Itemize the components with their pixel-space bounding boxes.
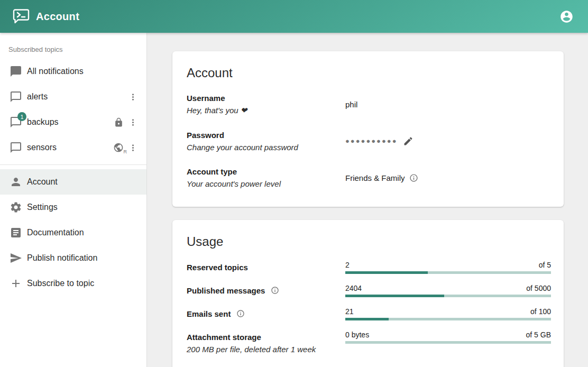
sidebar-item-label: Account xyxy=(27,177,58,187)
sidebar-item-label: sensors xyxy=(27,143,57,152)
chat-bubble-outline-icon xyxy=(10,90,22,103)
account-type-row: Account type Your account's power level … xyxy=(187,166,551,190)
reserved-topics-limit: of 5 xyxy=(539,261,551,269)
account-circle-icon xyxy=(559,10,574,24)
account-type-label: Account type xyxy=(187,166,345,178)
sidebar-item-label: Publish notification xyxy=(27,253,97,263)
published-messages-progressbar xyxy=(345,295,551,297)
info-icon[interactable] xyxy=(271,286,279,295)
app-header: Account xyxy=(0,0,588,33)
attachment-storage-progressbar xyxy=(345,341,551,344)
emails-sent-value: 21 xyxy=(345,307,354,316)
send-icon xyxy=(10,252,22,264)
account-type-subtitle: Your account's power level xyxy=(187,178,345,190)
attachment-storage-label: Attachment storage xyxy=(187,331,345,343)
sidebar-item-sensors[interactable]: sensors R xyxy=(0,135,146,160)
info-icon[interactable] xyxy=(236,309,245,318)
lock-icon xyxy=(114,117,124,127)
info-icon[interactable] xyxy=(409,173,418,182)
global-reserved-icon: R xyxy=(113,142,124,153)
username-subtitle: Hey, that's you ❤ xyxy=(187,104,345,116)
username-label: Username xyxy=(187,92,345,104)
main-content: Account Username Hey, that's you ❤ phil … xyxy=(148,33,588,367)
emails-sent-row: Emails sent 21 of 100 xyxy=(187,307,551,320)
chat-bubble-outline-icon xyxy=(10,141,22,154)
password-masked-value: ●●●●●●●●●● xyxy=(345,137,398,145)
chat-bubble-outline-icon: 1 xyxy=(10,116,22,129)
topic-menu-button[interactable] xyxy=(128,117,138,127)
attachment-storage-limit: of 5 GB xyxy=(526,331,551,339)
sidebar-item-all-notifications[interactable]: All notifications xyxy=(0,59,146,84)
account-avatar-button[interactable] xyxy=(556,6,577,27)
reserved-topics-row: Reserved topics 2 of 5 xyxy=(187,261,551,274)
emails-sent-limit: of 100 xyxy=(530,307,551,316)
sidebar-divider xyxy=(0,164,146,165)
article-icon xyxy=(10,226,22,239)
chat-bubble-filled-icon xyxy=(10,65,22,78)
plus-icon xyxy=(10,277,22,290)
sidebar-item-label: All notifications xyxy=(27,67,84,76)
gear-icon xyxy=(10,201,22,214)
topic-menu-button[interactable] xyxy=(128,92,138,102)
ntfy-logo-icon xyxy=(13,8,30,24)
dots-vertical-icon xyxy=(128,92,138,102)
sidebar-item-backups[interactable]: 1 backups xyxy=(0,109,146,135)
pencil-icon xyxy=(403,136,414,146)
attachment-storage-value: 0 bytes xyxy=(345,331,369,339)
reserved-topics-progressbar xyxy=(345,271,551,274)
reserved-marker: R xyxy=(124,149,127,154)
published-messages-value: 2404 xyxy=(345,284,362,292)
person-icon xyxy=(10,176,22,188)
account-type-value: Friends & Family xyxy=(345,173,405,182)
reserved-topics-label: Reserved topics xyxy=(187,263,248,272)
edit-password-button[interactable] xyxy=(403,136,414,146)
dots-vertical-icon xyxy=(128,143,138,153)
usage-card: Usage Reserved topics 2 of 5 Published m… xyxy=(172,220,564,367)
sidebar-item-label: Documentation xyxy=(27,228,84,237)
sidebar-item-settings[interactable]: Settings xyxy=(0,195,146,220)
sidebar-item-publish-notification[interactable]: Publish notification xyxy=(0,245,146,271)
page-title: Account xyxy=(36,11,79,23)
password-subtitle: Change your account password xyxy=(187,141,345,153)
account-card-title: Account xyxy=(187,66,551,80)
sidebar-item-account[interactable]: Account xyxy=(0,169,146,195)
username-value: phil xyxy=(345,100,357,109)
topic-menu-button[interactable] xyxy=(128,143,138,153)
sidebar-item-documentation[interactable]: Documentation xyxy=(0,220,146,245)
reserved-topics-value: 2 xyxy=(345,261,350,269)
dots-vertical-icon xyxy=(128,117,138,127)
password-label: Password xyxy=(187,129,345,141)
sidebar: Subscribed topics All notifications aler… xyxy=(0,33,147,367)
emails-sent-progressbar xyxy=(345,318,551,320)
account-card: Account Username Hey, that's you ❤ phil … xyxy=(172,51,564,207)
usage-card-title: Usage xyxy=(187,234,551,249)
sidebar-item-label: Subscribe to topic xyxy=(27,279,94,288)
published-messages-label: Published messages xyxy=(187,286,265,295)
sidebar-item-label: alerts xyxy=(27,92,48,102)
password-row: Password Change your account password ●●… xyxy=(187,129,551,154)
attachment-storage-subtitle: 200 MB per file, deleted after 1 week xyxy=(187,343,345,355)
subscribed-topics-caption: Subscribed topics xyxy=(8,45,138,53)
published-messages-limit: of 5000 xyxy=(526,284,551,292)
published-messages-row: Published messages 2404 of 5000 xyxy=(187,284,551,297)
sidebar-item-label: Settings xyxy=(27,203,58,212)
unread-count-badge: 1 xyxy=(17,112,26,121)
attachment-storage-row: Attachment storage 200 MB per file, dele… xyxy=(187,331,551,356)
sidebar-item-alerts[interactable]: alerts xyxy=(0,84,146,109)
sidebar-item-label: backups xyxy=(27,117,59,127)
emails-sent-label: Emails sent xyxy=(187,309,231,318)
username-row: Username Hey, that's you ❤ phil xyxy=(187,92,551,117)
sidebar-item-subscribe-to-topic[interactable]: Subscribe to topic xyxy=(0,271,146,296)
